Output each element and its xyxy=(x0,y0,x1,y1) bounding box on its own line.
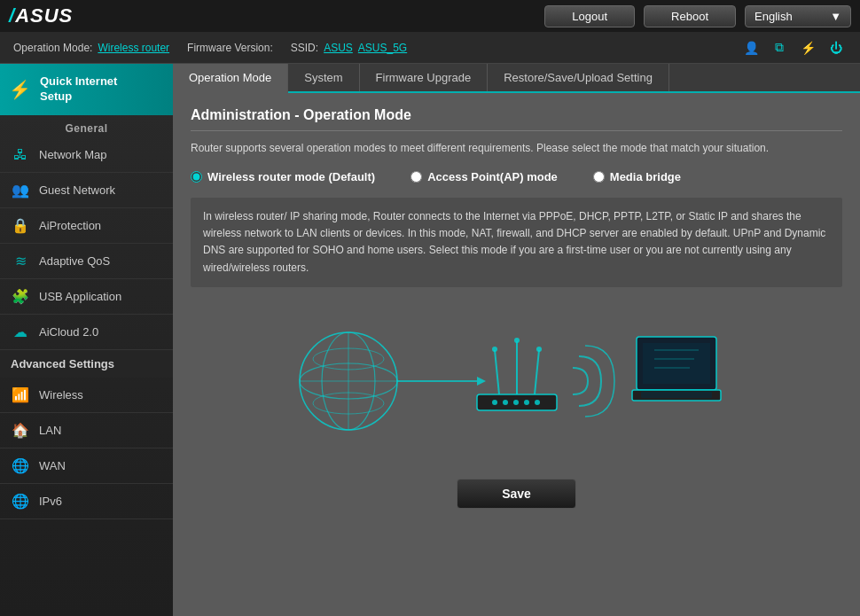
content-area: Operation Mode System Firmware Upgrade R… xyxy=(173,64,860,616)
language-button[interactable]: English ▼ xyxy=(745,5,851,27)
sidebar-item-aiprotection[interactable]: 🔒 AiProtection xyxy=(0,208,173,244)
mode-option-bridge[interactable]: Media bridge xyxy=(593,170,681,183)
sidebar-item-lan[interactable]: 🏠 LAN xyxy=(0,413,173,448)
svg-line-17 xyxy=(535,350,539,394)
mode-radio-group: Wireless router mode (Default) Access Po… xyxy=(191,170,842,183)
svg-point-19 xyxy=(514,338,520,343)
svg-rect-22 xyxy=(643,343,710,384)
sidebar-label-lan: LAN xyxy=(39,424,61,437)
page-title: Administration - Operation Mode xyxy=(191,107,842,131)
tab-firmware-upgrade[interactable]: Firmware Upgrade xyxy=(360,64,489,91)
adaptive-qos-icon: ≋ xyxy=(11,253,30,269)
aicloud-icon: ☁ xyxy=(11,324,30,340)
asus-logo: /ASUS xyxy=(9,4,73,27)
logout-button[interactable]: Logout xyxy=(544,5,635,27)
mode-label-ap: Access Point(AP) mode xyxy=(427,170,558,183)
top-nav: Logout Reboot English ▼ xyxy=(544,5,851,27)
mode-radio-wireless[interactable] xyxy=(191,171,202,183)
ssid-2g-link[interactable]: ASUS xyxy=(324,42,353,54)
sidebar-label-aicloud: AiCloud 2.0 xyxy=(39,325,98,339)
guest-network-icon: 👥 xyxy=(11,182,30,199)
page-description: Router supports several operation modes … xyxy=(191,140,842,156)
tabs: Operation Mode System Firmware Upgrade R… xyxy=(173,64,860,93)
chevron-down-icon: ▼ xyxy=(830,10,841,23)
sidebar-label-network-map: Network Map xyxy=(39,148,107,161)
svg-point-10 xyxy=(492,400,497,405)
sidebar-item-usb-application[interactable]: 🧩 USB Application xyxy=(0,279,173,315)
sidebar-item-wan[interactable]: 🌐 WAN xyxy=(0,448,173,484)
ssid-label: SSID: xyxy=(291,42,318,54)
usb-application-icon: 🧩 xyxy=(11,288,30,305)
quick-setup-icon: ⚡ xyxy=(9,79,31,100)
sidebar-item-wireless[interactable]: 📶 Wireless xyxy=(0,378,173,413)
svg-marker-8 xyxy=(477,377,486,386)
mode-label: Operation Mode: xyxy=(13,42,92,54)
save-area: Save xyxy=(191,470,842,518)
sidebar-label-guest-network: Guest Network xyxy=(39,183,115,197)
language-label: English xyxy=(754,10,793,23)
usb-icon: ⚡ xyxy=(797,37,818,58)
ssid-5g-link[interactable]: ASUS_5G xyxy=(358,42,407,54)
main-layout: ⚡ Quick InternetSetup General 🖧 Network … xyxy=(0,64,860,616)
ipv6-icon: 🌐 xyxy=(11,493,30,510)
mode-radio-ap[interactable] xyxy=(410,171,422,183)
sidebar-item-guest-network[interactable]: 👥 Guest Network xyxy=(0,173,173,208)
sidebar-item-network-map[interactable]: 🖧 Network Map xyxy=(0,138,173,173)
power-icon: ⏻ xyxy=(825,37,847,58)
sidebar-label-usb-application: USB Application xyxy=(39,290,121,303)
tab-restore-save[interactable]: Restore/Save/Upload Setting xyxy=(488,64,669,91)
status-bar: Operation Mode: Wireless router Firmware… xyxy=(0,32,860,64)
svg-point-13 xyxy=(524,400,529,405)
sidebar-label-adaptive-qos: Adaptive QoS xyxy=(39,254,110,268)
tab-system[interactable]: System xyxy=(288,64,359,91)
firmware-info: Firmware Version: xyxy=(187,42,273,54)
mode-option-wireless[interactable]: Wireless router mode (Default) xyxy=(191,170,375,183)
status-icons: 👤 ⧉ ⚡ ⏻ xyxy=(740,37,847,58)
svg-point-20 xyxy=(536,347,542,352)
network-map-icon: 🖧 xyxy=(11,147,30,163)
svg-point-14 xyxy=(535,400,540,405)
mode-value-link[interactable]: Wireless router xyxy=(98,42,169,54)
mode-info: Operation Mode: Wireless router xyxy=(13,42,169,54)
general-section-label: General xyxy=(0,115,173,138)
copy-icon: ⧉ xyxy=(769,37,790,58)
wireless-icon: 📶 xyxy=(11,386,30,403)
svg-point-12 xyxy=(513,400,519,405)
network-diagram-svg xyxy=(295,310,739,452)
sidebar-label-aiprotection: AiProtection xyxy=(39,219,101,232)
sidebar-label-wan: WAN xyxy=(39,459,66,472)
mode-option-ap[interactable]: Access Point(AP) mode xyxy=(410,170,558,183)
svg-line-15 xyxy=(495,350,499,394)
firmware-label: Firmware Version: xyxy=(187,42,273,54)
sidebar-label-ipv6: IPv6 xyxy=(39,495,62,508)
mode-label-bridge: Media bridge xyxy=(610,170,681,183)
reboot-button[interactable]: Reboot xyxy=(644,5,736,27)
svg-point-18 xyxy=(492,347,497,352)
svg-rect-24 xyxy=(641,392,712,398)
network-diagram xyxy=(191,301,842,461)
wan-icon: 🌐 xyxy=(11,457,30,474)
mode-label-wireless: Wireless router mode (Default) xyxy=(207,170,375,183)
advanced-section-label: Advanced Settings xyxy=(0,350,173,378)
user-icon: 👤 xyxy=(740,37,762,58)
save-button[interactable]: Save xyxy=(457,479,576,509)
tab-operation-mode[interactable]: Operation Mode xyxy=(173,64,288,93)
mode-description-text: In wireless router/ IP sharing mode, Rou… xyxy=(191,198,842,287)
lan-icon: 🏠 xyxy=(11,422,30,439)
sidebar-item-ipv6[interactable]: 🌐 IPv6 xyxy=(0,484,173,519)
quick-setup-label: Quick InternetSetup xyxy=(40,74,117,105)
sidebar-label-wireless: Wireless xyxy=(39,388,83,402)
ssid-info: SSID: ASUS ASUS_5G xyxy=(291,42,407,54)
aiprotection-icon: 🔒 xyxy=(11,217,30,234)
sidebar: ⚡ Quick InternetSetup General 🖧 Network … xyxy=(0,64,173,616)
svg-point-11 xyxy=(503,400,508,405)
top-bar: /ASUS Logout Reboot English ▼ xyxy=(0,0,860,32)
mode-radio-bridge[interactable] xyxy=(593,171,605,183)
sidebar-item-quick-setup[interactable]: ⚡ Quick InternetSetup xyxy=(0,64,173,115)
sidebar-item-adaptive-qos[interactable]: ≋ Adaptive QoS xyxy=(0,244,173,279)
sidebar-item-aicloud[interactable]: ☁ AiCloud 2.0 xyxy=(0,315,173,350)
page-content: Administration - Operation Mode Router s… xyxy=(173,93,860,616)
